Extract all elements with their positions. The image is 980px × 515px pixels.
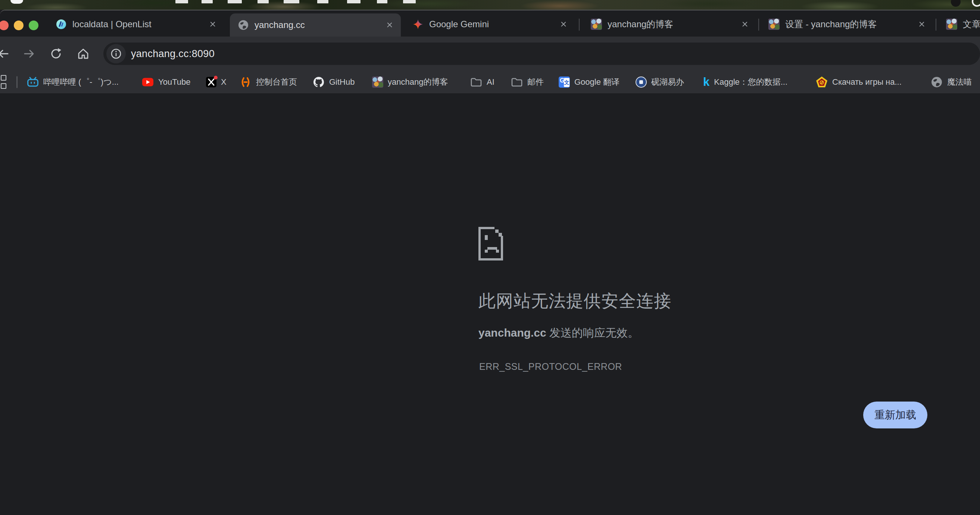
menu-text-fragment bbox=[377, 0, 387, 3]
menubar-status-icon bbox=[951, 0, 961, 7]
menu-text-fragment bbox=[403, 0, 416, 3]
bookmark-label: 控制台首页 bbox=[256, 76, 297, 88]
close-window-button[interactable] bbox=[0, 21, 9, 30]
quality-mark-icon bbox=[816, 76, 828, 88]
url-text[interactable]: yanchang.cc:8090 bbox=[131, 48, 215, 60]
address-bar[interactable]: yanchang.cc:8090 bbox=[103, 43, 980, 65]
tab-localdata-openlist[interactable]: localdata | OpenList bbox=[48, 13, 224, 36]
broken-page-icon bbox=[479, 227, 505, 261]
zoom-window-button[interactable] bbox=[29, 21, 38, 30]
close-icon[interactable] bbox=[740, 19, 750, 30]
bookmark-magic-cat[interactable]: 魔法喵 bbox=[931, 71, 972, 93]
tab-separator bbox=[935, 19, 936, 30]
home-icon[interactable] bbox=[73, 43, 94, 64]
tab-title: 设置 - yanchang的博客 bbox=[785, 18, 912, 30]
bookmark-google-translate[interactable]: G 文 Google 翻译 bbox=[558, 71, 619, 93]
bookmark-folder-ai[interactable]: AI bbox=[470, 71, 495, 93]
tab-articles[interactable]: 文章 bbox=[938, 13, 980, 36]
bookmark-label: Kaggle：您的数据... bbox=[714, 76, 788, 88]
gemini-icon bbox=[413, 19, 423, 30]
minimize-window-button[interactable] bbox=[14, 21, 24, 30]
error-page: 此网站无法提供安全连接 yanchang.cc 发送的响应无效。 ERR_SSL… bbox=[0, 93, 980, 515]
site-thumbnail-icon bbox=[947, 19, 957, 30]
bookmarks-bar: 哔哩哔哩 (゜-゜)つ... YouTube X bbox=[0, 71, 980, 93]
bookmark-folder-mail[interactable]: 邮件 bbox=[511, 71, 544, 93]
site-info-icon bbox=[110, 48, 122, 59]
tab-groups-icon bbox=[1, 74, 8, 90]
bookmark-console-home[interactable]: 控制台首页 bbox=[240, 71, 297, 93]
bookmark-label: 邮件 bbox=[527, 76, 544, 88]
site-info-chip[interactable] bbox=[107, 44, 126, 64]
bookmark-download-games[interactable]: Скачать игры на... bbox=[816, 71, 902, 93]
bookmark-yanchang-blog[interactable]: yanchang的博客 bbox=[372, 71, 448, 93]
forward-icon[interactable] bbox=[19, 43, 40, 64]
folder-icon bbox=[470, 76, 482, 88]
github-icon bbox=[313, 76, 325, 88]
openlist-icon bbox=[56, 19, 67, 30]
bookmark-label: GitHub bbox=[329, 77, 355, 87]
menubar-status-icon bbox=[972, 0, 980, 7]
menu-text-fragment bbox=[228, 0, 242, 3]
menu-text-fragment bbox=[347, 0, 361, 3]
tab-strip: localdata | OpenList yanchang.cc bbox=[0, 10, 980, 37]
navigation-toolbar: yanchang.cc:8090 bbox=[0, 37, 980, 71]
error-title: 此网站无法提供安全连接 bbox=[479, 289, 671, 313]
tab-google-gemini[interactable]: Google Gemini bbox=[404, 13, 575, 36]
bookmark-kaggle[interactable]: k Kaggle：您的数据... bbox=[703, 71, 788, 93]
bookmark-label: X bbox=[221, 77, 226, 87]
bookmark-label: yanchang的博客 bbox=[388, 76, 448, 88]
menu-text-fragment bbox=[317, 0, 328, 3]
tab-title: 文章 bbox=[963, 18, 980, 30]
bookmark-label: AI bbox=[487, 77, 495, 87]
browser-window: localdata | OpenList yanchang.cc bbox=[0, 10, 980, 515]
aliyun-console-icon bbox=[240, 76, 251, 88]
bookmark-label: Скачать игры на... bbox=[832, 77, 902, 87]
bookmarks-separator bbox=[16, 76, 18, 88]
menu-text-fragment bbox=[284, 0, 299, 3]
youtube-icon bbox=[142, 76, 154, 88]
back-icon[interactable] bbox=[0, 43, 13, 64]
bilibili-icon bbox=[27, 76, 39, 88]
close-icon[interactable] bbox=[916, 19, 927, 30]
bookmark-label: Google 翻译 bbox=[574, 76, 619, 88]
menu-bar-strip bbox=[0, 0, 980, 10]
bookmark-github[interactable]: GitHub bbox=[313, 71, 355, 93]
error-code: ERR_SSL_PROTOCOL_ERROR bbox=[479, 361, 622, 372]
tab-title: localdata | OpenList bbox=[72, 19, 202, 30]
bookmark-yanhu-yiban[interactable]: 砚湖易办 bbox=[636, 71, 684, 93]
tab-yanchang-cc[interactable]: yanchang.cc bbox=[230, 13, 401, 37]
bookmark-label: YouTube bbox=[158, 77, 190, 87]
tab-title: yanchang的博客 bbox=[608, 18, 735, 30]
bookmark-label: 砚湖易办 bbox=[651, 76, 684, 88]
bookmark-youtube[interactable]: YouTube bbox=[142, 71, 190, 93]
bookmark-bilibili[interactable]: 哔哩哔哩 (゜-゜)つ... bbox=[27, 71, 119, 93]
tab-settings-yanchang-blog[interactable]: 设置 - yanchang的博客 bbox=[760, 13, 933, 36]
close-icon[interactable] bbox=[558, 19, 569, 30]
kaggle-icon: k bbox=[703, 75, 710, 89]
reload-icon[interactable] bbox=[46, 43, 67, 64]
menu-text-fragment bbox=[258, 0, 269, 3]
notification-dot bbox=[214, 76, 218, 79]
error-host: yanchang.cc bbox=[479, 327, 546, 339]
bookmark-x[interactable]: X bbox=[206, 71, 226, 93]
close-icon[interactable] bbox=[384, 20, 395, 30]
folder-icon bbox=[511, 76, 523, 88]
tab-yanchang-blog[interactable]: yanchang的博客 bbox=[583, 13, 756, 36]
tab-title: yanchang.cc bbox=[255, 20, 379, 30]
apple-menu-fragment bbox=[10, 0, 23, 4]
menu-text-fragment bbox=[175, 0, 188, 3]
site-thumbnail-icon bbox=[591, 19, 601, 30]
bookmark-label: 哔哩哔哩 (゜-゜)つ... bbox=[43, 76, 119, 88]
site-thumbnail-icon bbox=[769, 19, 779, 30]
close-icon[interactable] bbox=[207, 19, 218, 30]
error-message: yanchang.cc 发送的响应无效。 bbox=[479, 326, 639, 341]
globe-icon bbox=[931, 76, 943, 88]
google-translate-icon: G 文 bbox=[558, 76, 570, 88]
bookmark-label: 魔法喵 bbox=[947, 76, 972, 88]
x-icon bbox=[206, 77, 216, 87]
globe-icon bbox=[238, 20, 248, 30]
tab-title: Google Gemini bbox=[429, 19, 553, 30]
reload-button[interactable]: 重新加载 bbox=[863, 402, 928, 428]
side-panel-button[interactable] bbox=[1, 71, 8, 93]
error-message-text: 发送的响应无效。 bbox=[546, 327, 639, 339]
